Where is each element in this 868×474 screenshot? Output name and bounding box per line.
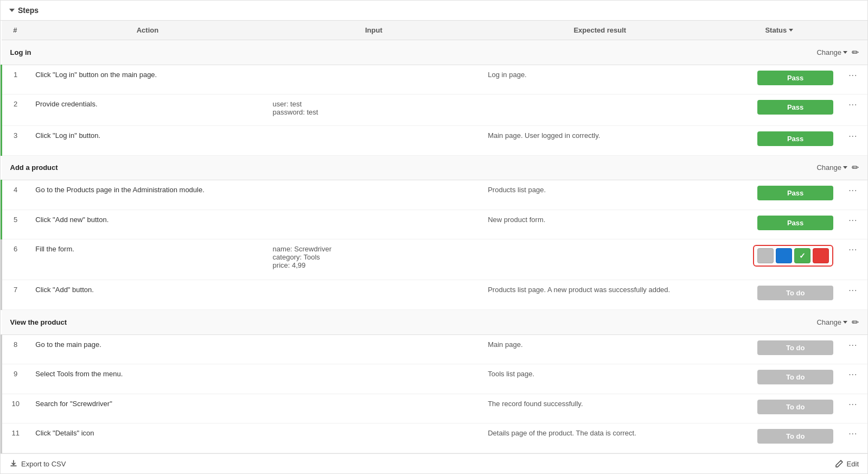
more-options-button[interactable]: ··· bbox=[846, 370, 859, 380]
row-status[interactable]: To do bbox=[718, 364, 840, 394]
row-status[interactable]: Pass bbox=[718, 65, 840, 94]
row-expected: Tools list page. bbox=[481, 364, 718, 394]
more-options-button[interactable]: ··· bbox=[846, 429, 859, 439]
color-picker[interactable]: ✓ bbox=[753, 245, 833, 267]
table-footer: Export to CSV Edit bbox=[1, 453, 867, 473]
pass-button[interactable]: Pass bbox=[757, 100, 833, 115]
row-more-actions[interactable]: ··· bbox=[840, 126, 867, 156]
row-more-actions[interactable]: ··· bbox=[840, 334, 867, 364]
row-expected: Details page of the product. The data is… bbox=[481, 424, 718, 453]
status-blue-button[interactable] bbox=[776, 248, 792, 263]
todo-button[interactable]: To do bbox=[757, 286, 833, 300]
todo-button[interactable]: To do bbox=[757, 429, 833, 444]
row-expected: Log in page. bbox=[481, 65, 718, 94]
steps-toggle[interactable]: Steps bbox=[9, 6, 39, 15]
section-label: Log in bbox=[10, 48, 31, 56]
steps-table: # Action Input Expected result Status Lo… bbox=[1, 21, 867, 453]
row-number: 7 bbox=[2, 280, 29, 310]
row-input bbox=[266, 210, 482, 239]
row-action: Fill the form. bbox=[29, 239, 266, 280]
table-header-row: # Action Input Expected result Status bbox=[2, 21, 868, 40]
row-action: Click "Add new" button. bbox=[29, 210, 266, 239]
row-status[interactable]: To do bbox=[718, 280, 840, 310]
row-number: 10 bbox=[2, 394, 29, 424]
status-green-button[interactable]: ✓ bbox=[794, 248, 810, 263]
row-status[interactable]: Pass bbox=[718, 94, 840, 126]
table-row: 1Click "Log in" button on the main page.… bbox=[2, 65, 868, 94]
col-expected: Expected result bbox=[481, 21, 718, 40]
section-edit-icon-button[interactable]: ✏ bbox=[852, 162, 859, 173]
row-input bbox=[266, 65, 482, 94]
section-edit-icon-button[interactable]: ✏ bbox=[852, 47, 859, 58]
col-status[interactable]: Status bbox=[718, 21, 840, 40]
col-action: Action bbox=[29, 21, 266, 40]
change-button[interactable]: Change bbox=[816, 318, 847, 326]
row-more-actions[interactable]: ··· bbox=[840, 180, 867, 210]
status-red-button[interactable] bbox=[813, 248, 829, 263]
row-expected: Products list page. A new product was su… bbox=[481, 280, 718, 310]
more-options-button[interactable]: ··· bbox=[846, 340, 859, 350]
section-label: Add a product bbox=[10, 163, 58, 172]
section-row-login: Log in Change ✏ bbox=[2, 40, 868, 65]
row-input bbox=[266, 394, 482, 424]
export-csv-button[interactable]: Export to CSV bbox=[9, 459, 66, 468]
status-grey-button[interactable] bbox=[757, 248, 774, 263]
table-row: 9Select Tools from the menu.Tools list p… bbox=[2, 364, 868, 394]
more-options-button[interactable]: ··· bbox=[846, 286, 859, 295]
more-options-button[interactable]: ··· bbox=[846, 186, 859, 195]
row-more-actions[interactable]: ··· bbox=[840, 364, 867, 394]
row-expected bbox=[481, 239, 718, 280]
table-row: 6Fill the form.name: Screwdriver categor… bbox=[2, 239, 868, 280]
table-row: 10Search for "Screwdriver"The record fou… bbox=[2, 394, 868, 424]
row-more-actions[interactable]: ··· bbox=[840, 280, 867, 310]
pass-button[interactable]: Pass bbox=[757, 131, 833, 146]
more-options-button[interactable]: ··· bbox=[846, 245, 859, 255]
section-label: View the product bbox=[10, 318, 67, 326]
todo-button[interactable]: To do bbox=[757, 340, 833, 355]
export-icon bbox=[9, 459, 18, 468]
row-number: 4 bbox=[2, 180, 29, 210]
steps-header: Steps bbox=[1, 1, 867, 21]
row-number: 8 bbox=[2, 334, 29, 364]
row-expected: Main page. User logged in correctly. bbox=[481, 126, 718, 156]
row-more-actions[interactable]: ··· bbox=[840, 210, 867, 239]
pass-button[interactable]: Pass bbox=[757, 186, 833, 200]
row-more-actions[interactable]: ··· bbox=[840, 394, 867, 424]
row-expected: Main page. bbox=[481, 334, 718, 364]
more-options-button[interactable]: ··· bbox=[846, 71, 859, 80]
row-expected bbox=[481, 94, 718, 126]
row-status[interactable]: Pass bbox=[718, 210, 840, 239]
todo-button[interactable]: To do bbox=[757, 370, 833, 384]
row-action: Provide credentials. bbox=[29, 94, 266, 126]
more-options-button[interactable]: ··· bbox=[846, 100, 859, 110]
row-action: Click "Log in" button on the main page. bbox=[29, 65, 266, 94]
more-options-button[interactable]: ··· bbox=[846, 131, 859, 141]
section-edit-icon-button[interactable]: ✏ bbox=[852, 317, 859, 327]
change-button[interactable]: Change bbox=[816, 163, 847, 172]
chevron-down-icon bbox=[9, 9, 15, 12]
change-button[interactable]: Change bbox=[816, 48, 847, 56]
row-more-actions[interactable]: ··· bbox=[840, 65, 867, 94]
row-more-actions[interactable]: ··· bbox=[840, 424, 867, 453]
row-more-actions[interactable]: ··· bbox=[840, 239, 867, 280]
col-input: Input bbox=[266, 21, 482, 40]
row-status[interactable]: ✓ bbox=[718, 239, 840, 280]
row-input: name: Screwdriver category: Tools price:… bbox=[266, 239, 482, 280]
more-options-button[interactable]: ··· bbox=[846, 216, 859, 225]
pass-button[interactable]: Pass bbox=[757, 71, 833, 85]
checkmark-icon: ✓ bbox=[799, 251, 806, 260]
row-status[interactable]: To do bbox=[718, 424, 840, 453]
edit-button[interactable]: Edit bbox=[835, 459, 859, 468]
table-row: 11Click "Details" iconDetails page of th… bbox=[2, 424, 868, 453]
row-status[interactable]: Pass bbox=[718, 180, 840, 210]
col-num: # bbox=[2, 21, 29, 40]
row-status[interactable]: Pass bbox=[718, 126, 840, 156]
row-more-actions[interactable]: ··· bbox=[840, 94, 867, 126]
todo-button[interactable]: To do bbox=[757, 400, 833, 414]
table-row: 5Click "Add new" button.New product form… bbox=[2, 210, 868, 239]
row-input: user: test password: test bbox=[266, 94, 482, 126]
pass-button[interactable]: Pass bbox=[757, 216, 833, 230]
more-options-button[interactable]: ··· bbox=[846, 400, 859, 409]
row-status[interactable]: To do bbox=[718, 334, 840, 364]
row-status[interactable]: To do bbox=[718, 394, 840, 424]
